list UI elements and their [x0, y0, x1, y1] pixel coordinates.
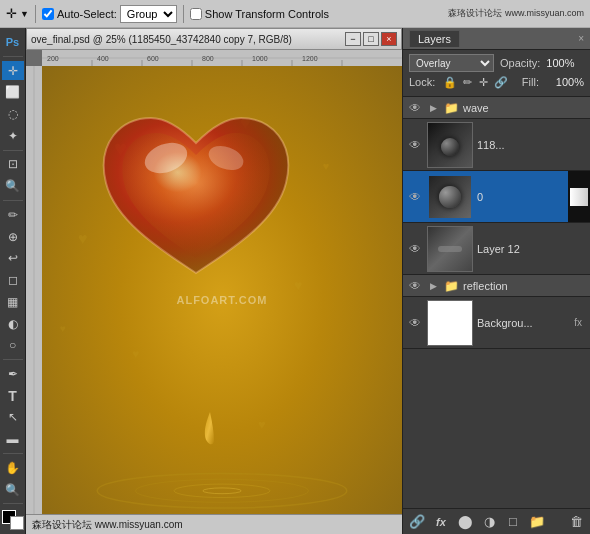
show-transform-checkbox[interactable] [190, 8, 202, 20]
reflection-group-visibility[interactable]: 👁 [407, 278, 423, 294]
dodge-tool-icon[interactable]: ○ [2, 335, 24, 355]
wave-group-layer[interactable]: 👁 ▶ 📁 wave [403, 97, 590, 119]
layers-panel: Layers × Overlay Opacity: 100% Lock: 🔒 ✏… [402, 28, 590, 534]
pen-tool-icon[interactable]: ✒ [2, 364, 24, 384]
add-mask-button[interactable]: ⬤ [455, 512, 475, 532]
document-title: ove_final.psd @ 25% (1185450_43742840 co… [31, 34, 343, 45]
blur-tool-icon[interactable]: ◐ [2, 314, 24, 334]
wave-group-name: wave [463, 102, 586, 114]
layers-panel-close[interactable]: × [578, 33, 584, 44]
move-tool-indicator: ✛ ▼ [6, 6, 29, 21]
toolbar-logo: 森珞设计论坛 www.missyuan.com [448, 7, 584, 20]
history-brush-icon[interactable]: ↩ [2, 248, 24, 268]
layer-118-row[interactable]: 👁 118... [403, 119, 590, 171]
svg-point-19 [203, 488, 241, 494]
fx-badge: fx [574, 317, 582, 328]
background-visibility[interactable]: 👁 [407, 315, 423, 331]
wave-group-arrow[interactable]: ▶ [427, 102, 439, 114]
window-close-button[interactable]: × [381, 32, 397, 46]
horizontal-ruler: 200 400 600 800 1000 1200 [42, 50, 402, 66]
background-thumbnail [427, 300, 473, 346]
document-window-titlebar: ove_final.psd @ 25% (1185450_43742840 co… [26, 28, 402, 50]
lock-link-icon[interactable]: 🔗 [494, 75, 508, 89]
layers-list[interactable]: 👁 ▶ 📁 wave 👁 118... 👁 0 [403, 97, 590, 508]
layer-12-row[interactable]: 👁 Layer 12 [403, 223, 590, 275]
canvas-area: ove_final.psd @ 25% (1185450_43742840 co… [26, 28, 402, 534]
marquee-tool-icon[interactable]: ⬜ [2, 82, 24, 102]
crop-tool-icon[interactable]: ⊡ [2, 155, 24, 175]
main-layout: Ps ✛ ⬜ ◌ ✦ ⊡ 🔍 ✏ ⊕ ↩ ◻ ▦ ◐ ○ ✒ T ↖ ▬ ✋ 🔍 [0, 28, 590, 534]
hand-tool-icon[interactable]: ✋ [2, 458, 24, 478]
heart-image: ♥ ♥ ♥ ♥ ♥ ♥ ♥ ♥ [42, 66, 402, 534]
top-toolbar: ✛ ▼ Auto-Select: Group Show Transform Co… [0, 0, 590, 28]
reflection-group-arrow[interactable]: ▶ [427, 280, 439, 292]
zoom-tool-icon[interactable]: 🔍 [2, 480, 24, 500]
vertical-ruler [26, 66, 42, 514]
new-fill-layer-button[interactable]: ◑ [479, 512, 499, 532]
auto-select-checkbox[interactable] [42, 8, 54, 20]
lock-row: Lock: 🔒 ✏ ✛ 🔗 Fill: 100% [409, 75, 584, 89]
window-maximize-button[interactable]: □ [363, 32, 379, 46]
brush-tool-icon[interactable]: ✏ [2, 205, 24, 225]
layer-12-name: Layer 12 [477, 243, 586, 255]
blend-mode-dropdown[interactable]: Overlay [409, 54, 494, 72]
background-layer-name: Backgrou... [477, 317, 570, 329]
reflection-group-name: reflection [463, 280, 586, 292]
show-transform-label: Show Transform Controls [205, 8, 329, 20]
shape-tool-icon[interactable]: ▬ [2, 429, 24, 449]
show-transform-control: Show Transform Controls [190, 8, 329, 20]
new-layer-button[interactable]: □ [503, 512, 523, 532]
new-group-button[interactable]: 📁 [527, 512, 547, 532]
move-tool-icon[interactable]: ✛ [2, 61, 24, 81]
status-text: 森珞设计论坛 www.missyuan.com [32, 518, 183, 532]
svg-text:1200: 1200 [302, 55, 318, 62]
color-swatches[interactable] [2, 510, 24, 530]
eraser-tool-icon[interactable]: ◻ [2, 270, 24, 290]
svg-text:600: 600 [147, 55, 159, 62]
layers-footer: 🔗 fx ⬤ ◑ □ 📁 🗑 [403, 508, 590, 534]
layer-12-thumbnail [427, 226, 473, 272]
layer-118-thumbnail [427, 122, 473, 168]
path-select-icon[interactable]: ↖ [2, 408, 24, 428]
svg-point-18 [174, 484, 270, 497]
auto-select-label: Auto-Select: [57, 8, 117, 20]
wave-group-visibility[interactable]: 👁 [407, 100, 423, 116]
lock-label: Lock: [409, 76, 437, 88]
gradient-tool-icon[interactable]: ▦ [2, 292, 24, 312]
reflection-group-layer[interactable]: 👁 ▶ 📁 reflection [403, 275, 590, 297]
opacity-label: Opacity: [500, 57, 540, 69]
fill-value: 100% [556, 76, 584, 88]
water-ripple [78, 461, 366, 511]
layers-tab[interactable]: Layers [409, 30, 460, 47]
magic-wand-icon[interactable]: ✦ [2, 126, 24, 146]
svg-text:1000: 1000 [252, 55, 268, 62]
link-layers-button[interactable]: 🔗 [407, 512, 427, 532]
svg-text:200: 200 [47, 55, 59, 62]
layer-118-visibility[interactable]: 👁 [407, 137, 423, 153]
svg-text:800: 800 [202, 55, 214, 62]
lasso-tool-icon[interactable]: ◌ [2, 104, 24, 124]
opacity-value: 100% [546, 57, 574, 69]
clone-stamp-icon[interactable]: ⊕ [2, 227, 24, 247]
svg-text:400: 400 [97, 55, 109, 62]
status-bar: 森珞设计论坛 www.missyuan.com [26, 514, 402, 534]
fx-button[interactable]: fx [431, 512, 451, 532]
svg-point-17 [136, 479, 309, 502]
delete-layer-button[interactable]: 🗑 [566, 512, 586, 532]
window-minimize-button[interactable]: − [345, 32, 361, 46]
layers-tab-bar: Layers × [403, 28, 590, 50]
lock-position-icon[interactable]: ✏ [463, 75, 472, 89]
lock-pixel-icon[interactable]: 🔒 [443, 75, 457, 89]
fill-label: Fill: [522, 76, 550, 88]
text-tool-icon[interactable]: T [2, 386, 24, 406]
background-layer-row[interactable]: 👁 Backgrou... fx [403, 297, 590, 349]
eyedropper-icon[interactable]: 🔍 [2, 176, 24, 196]
layer-selected-visibility[interactable]: 👁 [407, 189, 423, 205]
layer-selected-row[interactable]: 👁 0 [403, 171, 590, 223]
lock-all-icon[interactable]: ✛ [478, 75, 487, 89]
layer-12-visibility[interactable]: 👁 [407, 241, 423, 257]
svg-point-16 [97, 473, 347, 508]
ps-logo-icon: Ps [2, 32, 24, 52]
auto-select-dropdown[interactable]: Group [120, 5, 177, 23]
layers-controls: Overlay Opacity: 100% Lock: 🔒 ✏ ✛ 🔗 Fill… [403, 50, 590, 97]
